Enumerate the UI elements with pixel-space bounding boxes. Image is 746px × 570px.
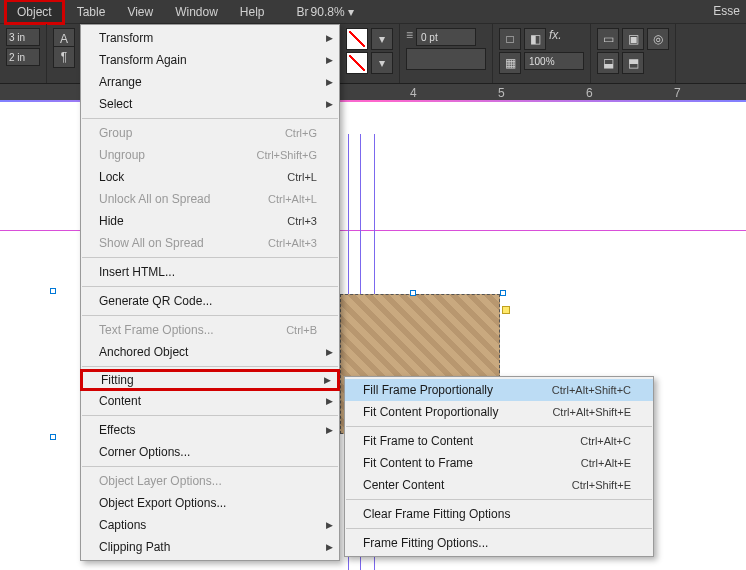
fitting-menu-fit-frame-to-content[interactable]: Fit Frame to ContentCtrl+Alt+C [345, 430, 653, 452]
submenu-arrow-icon: ▶ [326, 55, 333, 65]
menu-window[interactable]: Window [165, 2, 228, 22]
menu-separator [82, 466, 338, 467]
menu-item-label: Content [99, 394, 317, 408]
para-formatting-icon[interactable]: ¶ [53, 46, 75, 68]
menu-item-label: Object Layer Options... [99, 474, 317, 488]
menu-item-shortcut: Ctrl+Alt+E [581, 457, 631, 469]
menu-separator [82, 286, 338, 287]
menu-item-shortcut: Ctrl+G [285, 127, 317, 139]
object-menu-generate-qr-code[interactable]: Generate QR Code... [81, 290, 339, 312]
ruler-tick: 7 [674, 86, 681, 100]
effects-none-icon[interactable]: □ [499, 28, 521, 50]
fitting-menu-clear-frame-fitting-options[interactable]: Clear Frame Fitting Options [345, 503, 653, 525]
selection-handle[interactable] [50, 434, 56, 440]
menu-item-label: Effects [99, 423, 317, 437]
menu-object[interactable]: Object [4, 0, 65, 25]
fx-label[interactable]: fx. [549, 28, 562, 50]
menu-item-label: Show All on Spread [99, 236, 238, 250]
selection-handle[interactable] [410, 290, 416, 296]
object-menu-select[interactable]: Select▶ [81, 93, 339, 115]
menu-separator [82, 118, 338, 119]
fitting-menu-center-content[interactable]: Center ContentCtrl+Shift+E [345, 474, 653, 496]
menu-item-label: Insert HTML... [99, 265, 317, 279]
object-menu-text-frame-options: Text Frame Options...Ctrl+B [81, 319, 339, 341]
menu-help[interactable]: Help [230, 2, 275, 22]
menu-item-shortcut: Ctrl+3 [287, 215, 317, 227]
menu-view[interactable]: View [117, 2, 163, 22]
stroke-dropdown-icon[interactable]: ▾ [371, 52, 393, 74]
text-wrap-jump-icon[interactable]: ⬓ [597, 52, 619, 74]
object-menu-transform[interactable]: Transform▶ [81, 27, 339, 49]
submenu-arrow-icon: ▶ [326, 99, 333, 109]
stroke-swatch[interactable] [346, 52, 368, 74]
object-menu-content[interactable]: Content▶ [81, 390, 339, 412]
selection-handle[interactable] [500, 290, 506, 296]
drop-shadow-icon[interactable]: ◧ [524, 28, 546, 50]
text-wrap-shape-icon[interactable]: ◎ [647, 28, 669, 50]
fitting-menu-fill-frame-proportionally[interactable]: Fill Frame ProportionallyCtrl+Alt+Shift+… [345, 379, 653, 401]
fitting-menu-frame-fitting-options[interactable]: Frame Fitting Options... [345, 532, 653, 554]
menubar: Object Table View Window Help Br 90.8% ▾ [0, 0, 746, 24]
object-menu-effects[interactable]: Effects▶ [81, 419, 339, 441]
menu-item-label: Generate QR Code... [99, 294, 317, 308]
fill-dropdown-icon[interactable]: ▾ [371, 28, 393, 50]
object-menu-hide[interactable]: HideCtrl+3 [81, 210, 339, 232]
menu-separator [82, 257, 338, 258]
fitting-menu-fit-content-to-frame[interactable]: Fit Content to FrameCtrl+Alt+E [345, 452, 653, 474]
menu-table[interactable]: Table [67, 2, 116, 22]
menu-item-shortcut: Ctrl+Alt+C [580, 435, 631, 447]
menu-item-shortcut: Ctrl+Shift+E [572, 479, 631, 491]
object-menu-lock[interactable]: LockCtrl+L [81, 166, 339, 188]
object-menu-transform-again[interactable]: Transform Again▶ [81, 49, 339, 71]
zoom-dropdown[interactable]: 90.8% ▾ [311, 5, 354, 19]
submenu-arrow-icon: ▶ [326, 520, 333, 530]
object-menu-clipping-path[interactable]: Clipping Path▶ [81, 536, 339, 558]
x-field[interactable]: 3 in [6, 28, 40, 46]
menu-item-label: Frame Fitting Options... [363, 536, 631, 550]
ruler-tick: 4 [410, 86, 417, 100]
selection-handle[interactable] [50, 288, 56, 294]
text-wrap-bbox-icon[interactable]: ▣ [622, 28, 644, 50]
opacity-icon: ▦ [499, 52, 521, 74]
submenu-arrow-icon: ▶ [326, 33, 333, 43]
object-menu-fitting[interactable]: Fitting▶ [80, 369, 340, 391]
content-grabber-icon[interactable] [502, 306, 510, 314]
workspace-label[interactable]: Esse [713, 4, 740, 18]
menu-item-label: Fill Frame Proportionally [363, 383, 522, 397]
menu-separator [346, 528, 652, 529]
object-menu-anchored-object[interactable]: Anchored Object▶ [81, 341, 339, 363]
y-field[interactable]: 2 in [6, 48, 40, 66]
menu-item-label: Unlock All on Spread [99, 192, 238, 206]
object-menu-arrange[interactable]: Arrange▶ [81, 71, 339, 93]
menu-item-label: Select [99, 97, 317, 111]
bridge-icon[interactable]: Br [297, 5, 309, 19]
menu-item-label: Transform Again [99, 53, 317, 67]
submenu-arrow-icon: ▶ [326, 347, 333, 357]
fitting-menu-fit-content-proportionally[interactable]: Fit Content ProportionallyCtrl+Alt+Shift… [345, 401, 653, 423]
menu-item-label: Group [99, 126, 255, 140]
menu-item-label: Arrange [99, 75, 317, 89]
menu-item-shortcut: Ctrl+L [287, 171, 317, 183]
fill-swatch[interactable] [346, 28, 368, 50]
object-menu-captions[interactable]: Captions▶ [81, 514, 339, 536]
object-dropdown-menu: Transform▶Transform Again▶Arrange▶Select… [80, 24, 340, 561]
menu-item-shortcut: Ctrl+Alt+3 [268, 237, 317, 249]
menu-item-label: Fit Content to Frame [363, 456, 551, 470]
stroke-weight[interactable]: 0 pt [416, 28, 476, 46]
stroke-style-dropdown[interactable] [406, 48, 486, 70]
object-menu-insert-html[interactable]: Insert HTML... [81, 261, 339, 283]
ruler-tick: 5 [498, 86, 505, 100]
object-menu-corner-options[interactable]: Corner Options... [81, 441, 339, 463]
text-wrap-none-icon[interactable]: ▭ [597, 28, 619, 50]
object-menu-object-export-options[interactable]: Object Export Options... [81, 492, 339, 514]
text-wrap-next-icon[interactable]: ⬒ [622, 52, 644, 74]
opacity-field[interactable]: 100% [524, 52, 584, 70]
menu-item-label: Clear Frame Fitting Options [363, 507, 631, 521]
menu-item-shortcut: Ctrl+Alt+Shift+E [552, 406, 631, 418]
submenu-arrow-icon: ▶ [326, 542, 333, 552]
menu-separator [82, 315, 338, 316]
menu-item-shortcut: Ctrl+Shift+G [256, 149, 317, 161]
menu-item-shortcut: Ctrl+Alt+Shift+C [552, 384, 631, 396]
menu-item-label: Fit Frame to Content [363, 434, 550, 448]
submenu-arrow-icon: ▶ [324, 375, 331, 385]
